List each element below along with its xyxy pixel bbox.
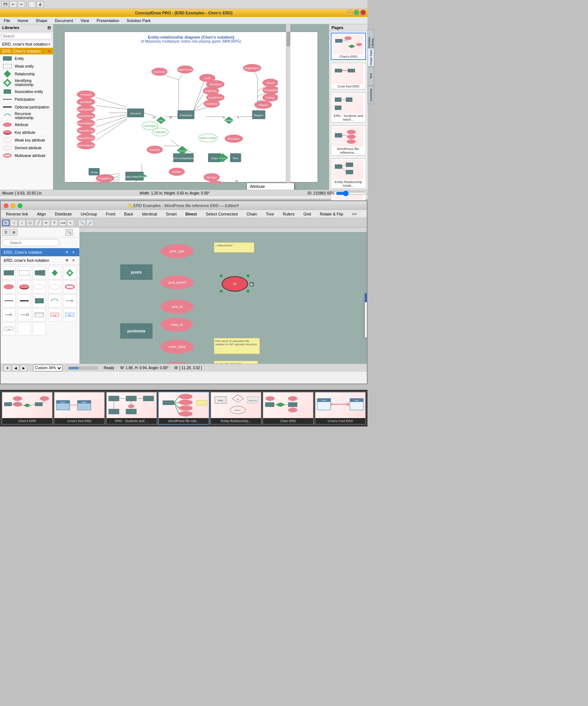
grid-rel[interactable] [48,266,61,279]
thumb-entity-rel[interactable]: Entity Rel Attribute Weak entity Entity-… [210,392,262,425]
toolbar-btn[interactable]: ↪ [18,1,25,8]
shape-participation[interactable]: Participation [0,96,53,103]
shape-multivalue-attr[interactable]: Multivalue attribute [0,152,53,160]
tool-rect[interactable]: □ [10,220,18,226]
attr-post-parent[interactable]: post_parent [161,275,194,289]
menu-front[interactable]: Front [104,211,118,217]
grid-crow-zero[interactable] [18,308,31,321]
attr-post-id[interactable]: post_id [161,300,194,314]
page-thumb-students[interactable]: ERD - Students and teach... [331,92,366,122]
canvas-hscroll[interactable] [80,228,367,232]
menu-tree[interactable]: Tree [263,211,276,217]
tool-polygon[interactable]: ⬡ [26,220,34,226]
handle-br[interactable] [247,290,249,292]
shape-key-attr[interactable]: Key attribute [0,129,53,136]
shape-identifying-rel[interactable]: Identifying relationship [0,78,53,88]
menu-distribute[interactable]: Distribute [53,211,74,217]
menu-rotate-flip[interactable]: Rotate & Flip [318,211,345,217]
menu-ungroup[interactable]: UnGroup [78,211,99,217]
libraries-collapse-icon[interactable]: ⊟ [47,25,51,30]
handle-tr[interactable] [247,275,249,277]
grid-weak-key[interactable] [33,280,46,293]
menu-document[interactable]: Document [53,18,75,24]
maximize-traffic-light[interactable] [18,203,22,208]
lib-crow-bottom[interactable]: ERD, crow's foot notation ⚙ ✕ [1,256,79,264]
lib-chens-notation[interactable]: ERD, Chen's notation ✕ [0,48,53,55]
ctx-bottom-attribute[interactable]: ✓ Attribute [365,293,367,302]
page-thumb-er-mode[interactable]: Entity-Relationship Mode... [331,158,366,189]
pause-btn[interactable]: ⏸ [4,365,11,371]
tool-smart[interactable]: ⤷ [67,220,74,226]
menu-file[interactable]: File [1,18,12,24]
handle-tl[interactable] [220,275,222,277]
lib-close-icon[interactable]: ✕ [71,249,76,255]
top-diagram-canvas[interactable]: Entity-relationship diagram (Chen's nota… [64,32,318,182]
zoom-slider[interactable] [336,191,365,196]
toolbar-btn[interactable]: 🖨 [36,1,44,8]
note-wp-attached[interactable]: ='_wp_attached_file' [214,361,258,364]
zoom-select[interactable]: Custom 34% 50% 100% [33,365,62,371]
menu-grid[interactable]: Grid [301,211,313,217]
menu-smart[interactable]: Smart [164,211,179,217]
page-thumb-crow-erd[interactable]: Crow foot ERD [331,63,366,89]
note-attachment[interactable]: ='attachment' [214,242,254,253]
grid-weak-entity[interactable] [18,266,31,279]
menu-reverse-link[interactable]: Reverse link [4,211,31,217]
grid-entity-3d[interactable] [33,266,46,279]
menu-chain[interactable]: Chain [244,211,259,217]
bottom-canvas[interactable]: posts postmeta post_type post_parent pos… [80,228,367,364]
tool-zoom-in[interactable]: 🔍 [78,220,86,226]
toolbar-btn[interactable]: ↩ [10,1,17,8]
lib-chens-close-icon[interactable]: ✕ [48,49,51,53]
thumb-wordpress-erd[interactable]: WordPress file-refe... [158,392,209,425]
shape-entity[interactable]: Entity [0,55,53,63]
thumb-chens-erd[interactable]: Chen's ERD [1,392,53,425]
ctx-bottom-derived[interactable]: Derived Attribute [365,320,367,329]
lib-settings-crow-icon[interactable]: ⚙ [64,257,70,263]
prev-btn[interactable]: ◀ [12,365,19,371]
shape-weak-entity[interactable]: Weak entity [0,63,53,70]
note-file-desc[interactable]: File name of uploaded file, relative to … [214,338,260,354]
grid-rel-dbl[interactable] [63,266,76,279]
shape-attribute[interactable]: Attribute [0,121,53,129]
menu-direct[interactable]: Direct [183,211,199,217]
grid-opt-participation[interactable] [18,294,31,307]
tool-connector[interactable]: ⟶ [59,220,66,226]
shape-relationship[interactable]: Relationship [0,70,53,78]
grid-pk-col[interactable]: PK [48,308,61,321]
shape-recursive-rel[interactable]: Recursive relationship [0,111,53,121]
grid-key-attr[interactable] [18,280,31,293]
menu-home[interactable]: Home [15,18,31,24]
toolbar-btn[interactable]: 📄 [28,1,36,8]
grid-empty-2[interactable] [33,322,46,335]
top-canvas[interactable]: Entity-relationship diagram (Chen's nota… [53,24,329,190]
grid-recursive[interactable] [48,294,61,307]
grid-participation[interactable] [2,294,15,307]
entity-postmeta[interactable]: postmeta [120,323,153,339]
grid-crow-one[interactable] [63,294,76,307]
page-thumb-wordpress[interactable]: WordPress file-reference... [331,125,366,156]
attr-post-type[interactable]: post_type [161,244,194,258]
page-thumb-chens-erd[interactable]: Chen's ERD [331,33,366,60]
handle-bl[interactable] [220,290,222,292]
menu-select-connected[interactable]: Select Connected [204,211,240,217]
menu-shape[interactable]: Shape [33,18,50,24]
grid-fk-col[interactable]: FK [63,308,76,321]
shape-derived-attr[interactable]: Derived attribute [0,144,53,152]
tool-ellipse[interactable]: ○ [18,220,26,226]
menu-align[interactable]: Align [35,211,48,217]
tool-select[interactable]: ↖ [2,220,10,226]
menu-presentation[interactable]: Presentation [94,18,122,24]
thumb-students-erd[interactable]: ERD - Students and ... [106,392,157,425]
attr-id-selected[interactable]: ID [222,276,248,292]
close-traffic-light[interactable] [4,203,8,208]
grid-crow-many[interactable] [2,308,15,321]
ctx-bottom-weak-key[interactable]: Weak Key Attribute [365,311,367,320]
lib-settings-icon[interactable]: ⚙ [64,249,70,255]
thumb-crow-foot[interactable]: Posts Tags Crow's Foot ERD [315,392,366,425]
tool-zoom-out[interactable]: 🔎 [86,220,94,226]
entity-posts[interactable]: posts [120,264,153,280]
grid-multivalue[interactable] [63,280,76,293]
lib-chens-bottom[interactable]: ERD, Chen's notation ⚙ ✕ [1,248,79,256]
maximize-btn[interactable]: □ [354,10,359,15]
